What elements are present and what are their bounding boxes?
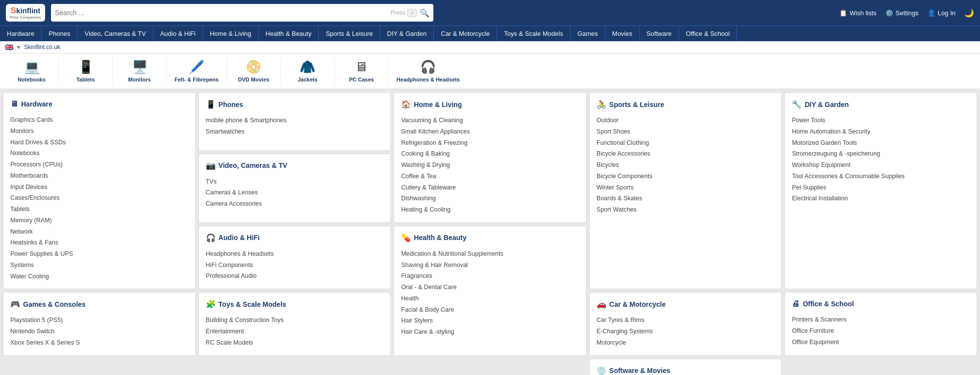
- theme-toggle[interactable]: 🌙: [964, 8, 974, 18]
- category-item[interactable]: Cooking & Baking: [401, 148, 579, 160]
- category-title-audio-hifi[interactable]: 🎧Audio & HiFi: [206, 233, 384, 242]
- category-item[interactable]: Pet Supplies: [792, 182, 970, 193]
- nav-item-health---beauty[interactable]: Health & Beauty: [259, 26, 319, 41]
- search-input[interactable]: [55, 9, 391, 17]
- nav-item-toys---scale-models[interactable]: Toys & Scale Models: [497, 26, 571, 41]
- category-item[interactable]: Monitors: [10, 126, 188, 137]
- category-item[interactable]: Input Devices: [10, 182, 188, 193]
- category-item[interactable]: Entertainment: [206, 326, 384, 337]
- category-item[interactable]: Cutlery & Tableware: [401, 182, 579, 193]
- category-item[interactable]: Heating & Cooling: [401, 204, 579, 215]
- category-item[interactable]: Network: [10, 226, 188, 238]
- category-item[interactable]: Oral - & Dental Care: [401, 282, 579, 293]
- category-item[interactable]: Memory (RAM): [10, 215, 188, 226]
- logo[interactable]: S kinflint Price Comparison: [6, 4, 45, 22]
- category-item[interactable]: TVs: [206, 176, 384, 188]
- category-item[interactable]: Health: [401, 293, 579, 304]
- featured-item-notebooks[interactable]: 💻 Notebooks: [5, 57, 59, 84]
- nav-item-sports---leisure[interactable]: Sports & Leisure: [319, 26, 380, 41]
- category-item[interactable]: Xbox Series X & Series S: [10, 337, 188, 348]
- category-item[interactable]: Smartwatches: [206, 126, 384, 137]
- category-title-video-cameras-tv[interactable]: 📷Video, Cameras & TV: [206, 161, 384, 170]
- nav-item-office---school[interactable]: Office & School: [679, 26, 737, 41]
- category-item[interactable]: Hair Care & -styling: [401, 326, 579, 338]
- category-item[interactable]: Stromerzeugung & -speicherung: [792, 148, 970, 160]
- nav-item-software[interactable]: Software: [640, 26, 679, 41]
- category-item[interactable]: Dishwashing: [401, 193, 579, 204]
- category-title-games-consoles[interactable]: 🎮Games & Consoles: [10, 299, 188, 309]
- category-item[interactable]: Bicycle Accessories: [597, 148, 775, 160]
- category-item[interactable]: Motorcycle: [597, 337, 775, 348]
- category-item[interactable]: Refrigeration & Freezing: [401, 137, 579, 149]
- nav-item-movies[interactable]: Movies: [605, 26, 640, 41]
- category-item[interactable]: Medication & Nutritional Supplements: [401, 248, 579, 260]
- category-item[interactable]: Functional Clothing: [597, 137, 775, 149]
- category-item[interactable]: Printers & Scanners: [792, 314, 970, 325]
- login-link[interactable]: 👤 Log In: [928, 9, 955, 17]
- category-item[interactable]: Car Tyres & Rims: [597, 315, 775, 326]
- category-item[interactable]: Electrical Installation: [792, 193, 970, 204]
- featured-item-dvd-movies[interactable]: 📀 DVD Movies: [227, 57, 281, 84]
- category-item[interactable]: Systems: [10, 260, 188, 271]
- category-item[interactable]: Cases/Enclosures: [10, 192, 188, 204]
- category-item[interactable]: Camera Accessories: [206, 198, 384, 210]
- category-item[interactable]: Bicycles: [597, 160, 775, 171]
- category-item[interactable]: Playstation 5 (PS5): [10, 315, 188, 326]
- nav-item-games[interactable]: Games: [571, 26, 605, 41]
- category-item[interactable]: Hair Stylers: [401, 315, 579, 326]
- category-item[interactable]: E-Charging Systems: [597, 326, 775, 337]
- nav-item-diy---garden[interactable]: DIY & Garden: [380, 26, 434, 41]
- category-item[interactable]: Facial & Body Care: [401, 304, 579, 316]
- category-item[interactable]: Boards & Skates: [597, 193, 775, 204]
- category-title-software-movies[interactable]: 💿Software & Movies: [597, 366, 775, 375]
- search-icon[interactable]: 🔍: [420, 8, 429, 18]
- category-item[interactable]: Graphics Cards: [10, 114, 188, 126]
- nav-item-car---motorcycle[interactable]: Car & Motorcycle: [434, 26, 497, 41]
- featured-item-monitors[interactable]: 🖥️ Monitors: [113, 57, 167, 84]
- category-item[interactable]: Notebooks: [10, 148, 188, 159]
- category-item[interactable]: Vacuuming & Cleaning: [401, 115, 579, 126]
- category-item[interactable]: Water Cooling: [10, 271, 188, 282]
- category-item[interactable]: Tablets: [10, 204, 188, 215]
- category-title-sports-leisure[interactable]: 🚴Sports & Leisure: [597, 100, 775, 109]
- category-item[interactable]: Building & Construction Toys: [206, 315, 384, 326]
- category-item[interactable]: Headphones & Headsets: [206, 248, 384, 260]
- category-title-home-living[interactable]: 🏠Home & Living: [401, 100, 579, 109]
- nav-item-phones[interactable]: Phones: [42, 26, 77, 41]
- featured-item-felt----fibrepens[interactable]: 🖊️ Felt- & Fibrepens: [167, 57, 227, 84]
- locale-dropdown-arrow[interactable]: ▾: [17, 44, 20, 51]
- category-title-car-motorcycle[interactable]: 🚗Car & Motorcycle: [597, 299, 775, 309]
- category-item[interactable]: Workshop Equipment: [792, 160, 970, 171]
- wish-lists-link[interactable]: 📋 Wish lists: [839, 9, 877, 17]
- settings-link[interactable]: ⚙️ Settings: [885, 9, 919, 17]
- category-item[interactable]: Heatsinks & Fans: [10, 237, 188, 248]
- nav-item-hardware[interactable]: Hardware: [0, 26, 42, 41]
- category-title-phones[interactable]: 📱Phones: [206, 100, 384, 109]
- category-item[interactable]: Winter Sports: [597, 182, 775, 193]
- category-item[interactable]: Small Kitchen Appliances: [401, 126, 579, 137]
- category-item[interactable]: Power Supplies & UPS: [10, 248, 188, 260]
- category-item[interactable]: Power Tools: [792, 115, 970, 126]
- nav-item-video--cameras---tv[interactable]: Video, Cameras & TV: [77, 26, 153, 41]
- nav-item-audio---hifi[interactable]: Audio & HiFi: [153, 26, 203, 41]
- category-item[interactable]: Office Furniture: [792, 325, 970, 337]
- category-title-toys-scale[interactable]: 🧩Toys & Scale Models: [206, 299, 384, 309]
- category-item[interactable]: Motorized Garden Tools: [792, 137, 970, 149]
- category-item[interactable]: Washing & Drying: [401, 160, 579, 171]
- featured-item-headphones---headsets[interactable]: 🎧 Headphones & Headsets: [389, 57, 468, 84]
- category-title-diy-garden[interactable]: 🔧DIY & Garden: [792, 100, 970, 109]
- category-item[interactable]: Coffee & Tea: [401, 171, 579, 182]
- featured-item-tablets[interactable]: 📱 Tablets: [59, 57, 113, 84]
- category-item[interactable]: Outdoor: [597, 115, 775, 126]
- category-item[interactable]: Cameras & Lenses: [206, 187, 384, 198]
- featured-item-pc-cases[interactable]: 🖥 PC Cases: [335, 57, 389, 84]
- category-item[interactable]: Nintendo Switch: [10, 326, 188, 337]
- category-item[interactable]: Processors (CPUs): [10, 159, 188, 170]
- category-title-hardware[interactable]: 🖥Hardware: [10, 100, 188, 108]
- featured-item-jackets[interactable]: 🧥 Jackets: [281, 57, 335, 84]
- category-item[interactable]: Shaving & Hair Removal: [401, 260, 579, 271]
- category-item[interactable]: Office Equipment: [792, 337, 970, 348]
- category-item[interactable]: mobile phone & Smartphones: [206, 115, 384, 126]
- nav-item-home---living[interactable]: Home & Living: [203, 26, 259, 41]
- category-item[interactable]: Fragrances: [401, 270, 579, 282]
